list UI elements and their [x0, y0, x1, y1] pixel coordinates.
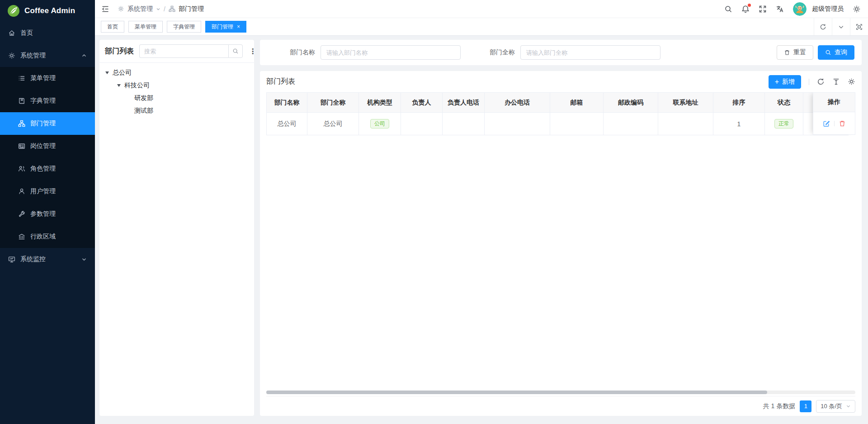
tab-dept-mgmt[interactable]: 部门管理 × — [205, 21, 246, 33]
sidebar-item-dept-mgmt[interactable]: 部门管理 — [0, 112, 95, 135]
col-address[interactable]: 联系地址 — [658, 93, 713, 113]
notifications-button[interactable] — [741, 5, 750, 13]
filter-actions: 重置 查询 — [777, 45, 854, 60]
search-button[interactable]: 查询 — [818, 45, 854, 60]
col-status[interactable]: 状态 — [765, 93, 803, 113]
add-button[interactable]: + 新增 — [769, 75, 801, 89]
col-zipcode[interactable]: 邮政编码 — [604, 93, 658, 113]
table-header-row: 部门名称 部门全称 机构类型 负责人 负责人电话 办公电话 邮箱 邮政编码 联系… — [267, 93, 856, 113]
tree-search-button[interactable] — [228, 44, 243, 58]
dept-name-input[interactable] — [321, 45, 461, 60]
reset-button[interactable]: 重置 — [777, 45, 813, 60]
delete-icon[interactable] — [839, 120, 846, 127]
caret-down-icon[interactable] — [105, 71, 109, 74]
breadcrumb: 系统管理 / 部门管理 — [118, 5, 204, 13]
row-actions — [813, 112, 855, 135]
search-icon — [232, 48, 239, 54]
tree-node-label: 研发部 — [134, 94, 153, 102]
edit-icon[interactable] — [823, 120, 830, 127]
sidebar-item-menu-mgmt[interactable]: 菜单管理 — [0, 67, 95, 90]
settings-gear-icon[interactable] — [853, 5, 861, 13]
scrollbar-thumb[interactable] — [266, 391, 767, 394]
col-dept-name[interactable]: 部门名称 — [267, 93, 307, 113]
sidebar-item-post-mgmt[interactable]: 岗位管理 — [0, 135, 95, 157]
sidebar-item-region-mgmt[interactable]: 行政区域 — [0, 225, 95, 248]
app-logo[interactable]: Coffee Admin — [0, 0, 95, 22]
tab-dict-mgmt[interactable]: 字典管理 — [167, 21, 201, 33]
maximize-view-button[interactable] — [850, 18, 868, 35]
page-size-select[interactable]: 10 条/页 — [816, 400, 855, 413]
tab-menu-mgmt[interactable]: 菜单管理 — [128, 21, 163, 33]
cell-address — [658, 113, 713, 135]
sidebar: Coffee Admin 首页 系统管理 菜单管理 字典管理 — [0, 0, 95, 424]
sidebar-item-param-mgmt[interactable]: 参数管理 — [0, 203, 95, 225]
refresh-tab-button[interactable] — [814, 18, 832, 35]
tree-node-child[interactable]: 科技公司 — [99, 79, 254, 92]
plus-icon: + — [775, 78, 779, 86]
sidebar-item-dict-mgmt[interactable]: 字典管理 — [0, 90, 95, 112]
sidebar-item-role-mgmt[interactable]: 角色管理 — [0, 157, 95, 180]
actions-divider — [834, 121, 835, 126]
page-1-button[interactable]: 1 — [800, 400, 811, 412]
breadcrumb-parent[interactable]: 系统管理 — [127, 5, 153, 13]
pagination-total: 共 1 条数据 — [763, 402, 796, 410]
tabs-dropdown-button[interactable] — [832, 18, 850, 35]
main-area: 系统管理 / 部门管理 — [95, 0, 868, 424]
sidebar-item-user-mgmt[interactable]: 用户管理 — [0, 180, 95, 203]
tab-home[interactable]: 首页 — [101, 21, 124, 33]
leaf-logo-icon — [7, 5, 20, 17]
col-leader[interactable]: 负责人 — [401, 93, 443, 113]
home-icon — [8, 29, 15, 37]
sidebar-group-system[interactable]: 系统管理 — [0, 44, 95, 67]
cell-dept-name: 总公司 — [267, 113, 307, 135]
search-icon[interactable] — [724, 5, 732, 13]
gear-icon — [8, 52, 15, 59]
bank-icon — [18, 233, 25, 240]
dept-full-input[interactable] — [520, 45, 660, 60]
chevron-up-icon — [81, 53, 87, 58]
caret-down-icon[interactable] — [117, 84, 121, 87]
filter-card: 部门名称 部门全称 重置 查询 — [260, 40, 862, 65]
dept-tree-header: 部门列表 ⋮ — [99, 40, 254, 63]
toolbar-divider — [809, 79, 809, 85]
close-icon[interactable]: × — [237, 24, 240, 29]
sidebar-submenu-system: 菜单管理 字典管理 部门管理 岗位管理 角色管理 — [0, 67, 95, 248]
sidebar-item-label: 参数管理 — [30, 210, 56, 218]
collapse-sidebar-icon[interactable] — [101, 5, 109, 13]
user-name[interactable]: 超级管理员 — [812, 5, 844, 13]
horizontal-scrollbar[interactable] — [266, 391, 855, 394]
tree-node-leaf[interactable]: 研发部 — [99, 92, 254, 105]
navbar-actions: 超级管理员 — [724, 2, 861, 16]
translate-icon[interactable] — [776, 5, 784, 13]
sidebar-group-label: 系统监控 — [20, 255, 46, 263]
tree-node-root[interactable]: 总公司 — [99, 67, 254, 79]
col-leader-phone[interactable]: 负责人电话 — [443, 93, 485, 113]
tree-search-input[interactable] — [139, 44, 228, 58]
fullscreen-icon[interactable] — [759, 5, 767, 13]
column-settings-gear-icon[interactable] — [848, 78, 855, 86]
gear-icon — [118, 5, 124, 12]
tree-more-button[interactable]: ⋮ — [248, 47, 257, 56]
cell-leader-phone — [443, 113, 485, 135]
col-sort[interactable]: 排序 — [713, 93, 765, 113]
chevron-down-icon — [846, 404, 851, 409]
chevron-down-icon[interactable] — [156, 7, 160, 11]
page-content: 部门列表 ⋮ 总公司 科技 — [95, 36, 868, 424]
tabs-bar-actions — [814, 18, 868, 35]
refresh-icon[interactable] — [817, 78, 825, 86]
tree-node-leaf[interactable]: 测试部 — [99, 105, 254, 117]
col-dept-full[interactable]: 部门全称 — [307, 93, 359, 113]
sidebar-group-label: 系统管理 — [20, 52, 46, 60]
export-icon[interactable] — [832, 78, 840, 86]
sidebar-group-monitor[interactable]: 系统监控 — [0, 248, 95, 271]
table-row[interactable]: 总公司 总公司 公司 1 正常 — [267, 113, 856, 135]
table-card-header: 部门列表 + 新增 — [266, 71, 855, 92]
col-office-phone[interactable]: 办公电话 — [485, 93, 550, 113]
col-actions: 操作 — [813, 92, 855, 112]
avatar[interactable] — [793, 2, 807, 16]
roles-icon — [18, 165, 25, 172]
sidebar-item-home[interactable]: 首页 — [0, 22, 95, 44]
org-chart-icon — [169, 5, 175, 12]
col-email[interactable]: 邮箱 — [550, 93, 604, 113]
col-org-type[interactable]: 机构类型 — [359, 93, 401, 113]
